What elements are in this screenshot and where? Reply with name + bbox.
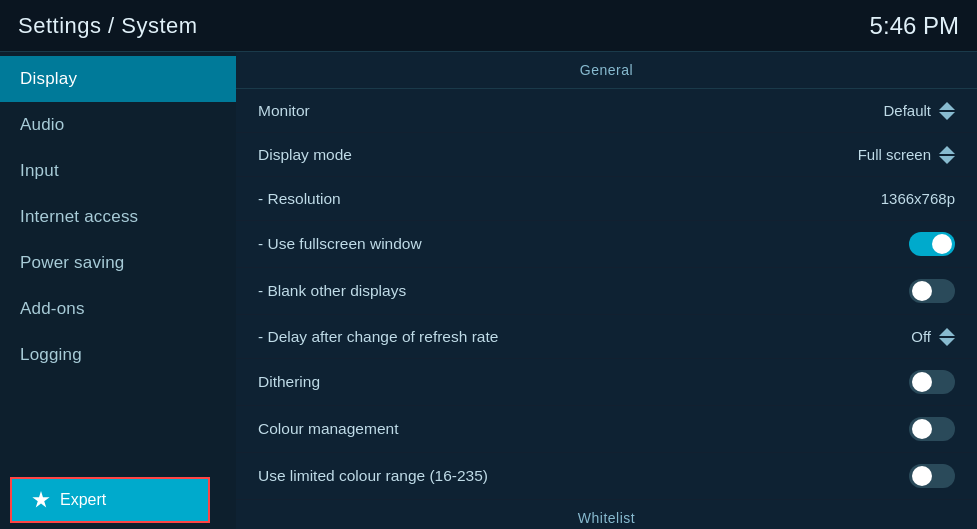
sidebar-item-power-saving[interactable]: Power saving (0, 240, 236, 286)
dithering-toggle[interactable] (909, 370, 955, 394)
setting-colour-management: Colour management (236, 406, 977, 453)
toggle-knob (912, 281, 932, 301)
toggle-knob (912, 419, 932, 439)
limited-colour-label: Use limited colour range (16-235) (258, 467, 488, 485)
display-mode-chevron[interactable] (939, 146, 955, 164)
fullscreen-window-toggle-wrap[interactable] (909, 232, 955, 256)
setting-fullscreen-window: - Use fullscreen window (236, 221, 977, 268)
toggle-knob (912, 372, 932, 392)
expert-label: Expert (60, 491, 106, 509)
page-title: Settings / System (18, 13, 198, 39)
monitor-value[interactable]: Default (883, 102, 955, 120)
sidebar-footer: Expert (0, 471, 236, 529)
toggle-knob (932, 234, 952, 254)
fullscreen-window-label: - Use fullscreen window (258, 235, 422, 253)
delay-refresh-text: Off (911, 328, 931, 345)
setting-resolution: - Resolution 1366x768p (236, 177, 977, 221)
chevron-down-icon[interactable] (939, 112, 955, 120)
sidebar-item-input[interactable]: Input (0, 148, 236, 194)
colour-management-label: Colour management (258, 420, 398, 438)
monitor-text: Default (883, 102, 931, 119)
blank-displays-label: - Blank other displays (258, 282, 406, 300)
setting-monitor: Monitor Default (236, 89, 977, 133)
colour-management-toggle-wrap[interactable] (909, 417, 955, 441)
sidebar-item-logging[interactable]: Logging (0, 332, 236, 378)
section-whitelist-header: Whitelist (236, 500, 977, 529)
dithering-toggle-wrap[interactable] (909, 370, 955, 394)
chevron-up-icon[interactable] (939, 328, 955, 336)
delay-refresh-label: - Delay after change of refresh rate (258, 328, 498, 346)
fullscreen-window-toggle[interactable] (909, 232, 955, 256)
chevron-down-icon[interactable] (939, 156, 955, 164)
toggle-knob (912, 466, 932, 486)
resolution-text: 1366x768p (881, 190, 955, 207)
blank-displays-toggle[interactable] (909, 279, 955, 303)
main-layout: Display Audio Input Internet access Powe… (0, 52, 977, 529)
limited-colour-toggle-wrap[interactable] (909, 464, 955, 488)
clock: 5:46 PM (870, 12, 959, 40)
chevron-up-icon[interactable] (939, 102, 955, 110)
section-general-header: General (236, 52, 977, 89)
delay-refresh-value[interactable]: Off (911, 328, 955, 346)
app-header: Settings / System 5:46 PM (0, 0, 977, 52)
setting-blank-displays: - Blank other displays (236, 268, 977, 315)
monitor-chevron[interactable] (939, 102, 955, 120)
settings-main: General Monitor Default Display mode Ful… (236, 52, 977, 529)
display-mode-text: Full screen (858, 146, 931, 163)
sidebar-item-add-ons[interactable]: Add-ons (0, 286, 236, 332)
delay-refresh-chevron[interactable] (939, 328, 955, 346)
display-mode-value[interactable]: Full screen (858, 146, 955, 164)
monitor-label: Monitor (258, 102, 310, 120)
gear-icon (32, 491, 50, 509)
setting-limited-colour: Use limited colour range (16-235) (236, 453, 977, 500)
expert-button[interactable]: Expert (10, 477, 210, 523)
sidebar-item-display[interactable]: Display (0, 56, 236, 102)
setting-dithering: Dithering (236, 359, 977, 406)
sidebar-item-internet-access[interactable]: Internet access (0, 194, 236, 240)
chevron-up-icon[interactable] (939, 146, 955, 154)
limited-colour-toggle[interactable] (909, 464, 955, 488)
dithering-label: Dithering (258, 373, 320, 391)
resolution-value: 1366x768p (881, 190, 955, 207)
sidebar: Display Audio Input Internet access Powe… (0, 52, 236, 529)
display-mode-label: Display mode (258, 146, 352, 164)
chevron-down-icon[interactable] (939, 338, 955, 346)
blank-displays-toggle-wrap[interactable] (909, 279, 955, 303)
sidebar-item-audio[interactable]: Audio (0, 102, 236, 148)
setting-display-mode: Display mode Full screen (236, 133, 977, 177)
colour-management-toggle[interactable] (909, 417, 955, 441)
setting-delay-refresh: - Delay after change of refresh rate Off (236, 315, 977, 359)
resolution-label: - Resolution (258, 190, 341, 208)
